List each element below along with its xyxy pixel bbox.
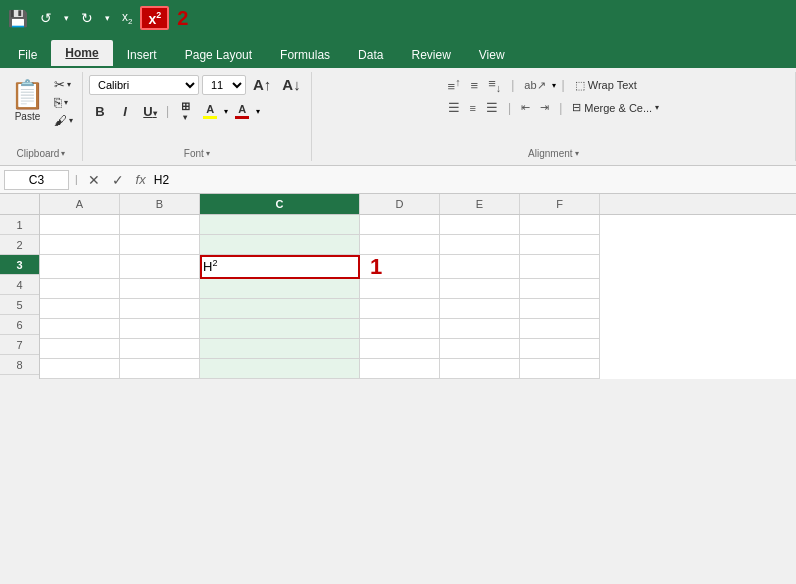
format-painter-button[interactable]: 🖌 ▾ <box>51 112 76 129</box>
cell-d4[interactable] <box>360 279 440 299</box>
tab-formulas[interactable]: Formulas <box>266 42 344 68</box>
increase-indent-button[interactable]: ⇥ <box>536 99 553 116</box>
formula-input[interactable] <box>154 173 792 187</box>
italic-button[interactable]: I <box>114 102 136 121</box>
cell-b5[interactable] <box>120 299 200 319</box>
fill-color-dropdown[interactable]: ▾ <box>224 107 228 116</box>
tab-page-layout[interactable]: Page Layout <box>171 42 266 68</box>
underline-button[interactable]: U▾ <box>139 102 161 121</box>
undo-dropdown[interactable]: ▾ <box>60 11 73 25</box>
cell-f1[interactable] <box>520 215 600 235</box>
col-header-c[interactable]: C <box>200 194 360 214</box>
tab-view[interactable]: View <box>465 42 519 68</box>
cell-c2[interactable] <box>200 235 360 255</box>
cell-f2[interactable] <box>520 235 600 255</box>
decrease-indent-button[interactable]: ⇤ <box>517 99 534 116</box>
wrap-text-button[interactable]: ⬚ Wrap Text <box>571 77 641 94</box>
font-color-button[interactable]: A <box>231 101 253 121</box>
undo-button[interactable]: ↺ <box>36 8 56 28</box>
cell-a8[interactable] <box>40 359 120 379</box>
align-top-button[interactable]: ≡↑ <box>444 74 465 96</box>
superscript-button[interactable]: x2 <box>140 6 169 31</box>
align-bottom-button[interactable]: ≡↓ <box>484 74 505 96</box>
row-header-3[interactable]: 3 <box>0 255 39 275</box>
cell-c3[interactable]: H2 <box>200 255 360 279</box>
font-shrink-button[interactable]: A↓ <box>278 74 304 95</box>
cell-e3[interactable] <box>440 255 520 279</box>
row-header-4[interactable]: 4 <box>0 275 39 295</box>
subscript-button[interactable]: x2 <box>118 8 136 28</box>
tab-home[interactable]: Home <box>51 40 112 68</box>
cell-d6[interactable] <box>360 319 440 339</box>
font-color-dropdown[interactable]: ▾ <box>256 107 260 116</box>
cut-button[interactable]: ✂ ▾ <box>51 76 76 93</box>
cell-b2[interactable] <box>120 235 200 255</box>
cell-f3[interactable] <box>520 255 600 279</box>
tab-file[interactable]: File <box>4 42 51 68</box>
merge-center-button[interactable]: ⊟ Merge & Ce... ▾ <box>568 99 663 116</box>
text-rotate-button[interactable]: ab↗ <box>520 77 549 94</box>
tab-insert[interactable]: Insert <box>113 42 171 68</box>
cell-a2[interactable] <box>40 235 120 255</box>
tab-data[interactable]: Data <box>344 42 397 68</box>
cell-e4[interactable] <box>440 279 520 299</box>
cell-c7[interactable] <box>200 339 360 359</box>
cell-e5[interactable] <box>440 299 520 319</box>
cell-b8[interactable] <box>120 359 200 379</box>
align-center-button[interactable]: ≡ <box>466 100 480 116</box>
fill-color-button[interactable]: A <box>199 101 221 121</box>
col-header-f[interactable]: F <box>520 194 600 214</box>
cell-c6[interactable] <box>200 319 360 339</box>
row-header-1[interactable]: 1 <box>0 215 39 235</box>
cell-a7[interactable] <box>40 339 120 359</box>
formula-cancel-button[interactable]: ✕ <box>84 171 104 189</box>
cell-a1[interactable] <box>40 215 120 235</box>
cell-e1[interactable] <box>440 215 520 235</box>
save-icon[interactable]: 💾 <box>8 9 28 28</box>
col-header-b[interactable]: B <box>120 194 200 214</box>
clipboard-expand[interactable]: ▾ <box>61 149 65 158</box>
cell-f7[interactable] <box>520 339 600 359</box>
borders-button[interactable]: ⊞ ▾ <box>174 98 196 124</box>
row-header-6[interactable]: 6 <box>0 315 39 335</box>
cell-e2[interactable] <box>440 235 520 255</box>
redo-button[interactable]: ↻ <box>77 8 97 28</box>
copy-button[interactable]: ⎘ ▾ <box>51 94 76 111</box>
cell-f6[interactable] <box>520 319 600 339</box>
align-middle-button[interactable]: ≡ <box>467 76 483 95</box>
cell-d3[interactable]: 1 <box>360 255 440 279</box>
corner-cell[interactable] <box>0 194 40 214</box>
font-grow-button[interactable]: A↑ <box>249 74 275 95</box>
cell-e7[interactable] <box>440 339 520 359</box>
cell-a4[interactable] <box>40 279 120 299</box>
bold-button[interactable]: B <box>89 102 111 121</box>
align-left-button[interactable]: ☰ <box>444 98 464 117</box>
cell-e6[interactable] <box>440 319 520 339</box>
paste-button[interactable]: 📋 Paste <box>6 74 49 126</box>
cell-a5[interactable] <box>40 299 120 319</box>
row-header-8[interactable]: 8 <box>0 355 39 375</box>
alignment-expand[interactable]: ▾ <box>575 149 579 158</box>
cell-d5[interactable] <box>360 299 440 319</box>
cell-d8[interactable] <box>360 359 440 379</box>
cell-b7[interactable] <box>120 339 200 359</box>
font-expand[interactable]: ▾ <box>206 149 210 158</box>
cell-c5[interactable] <box>200 299 360 319</box>
tab-review[interactable]: Review <box>397 42 464 68</box>
col-header-d[interactable]: D <box>360 194 440 214</box>
cell-d1[interactable] <box>360 215 440 235</box>
cell-a3[interactable] <box>40 255 120 279</box>
cell-b4[interactable] <box>120 279 200 299</box>
cell-e8[interactable] <box>440 359 520 379</box>
row-header-7[interactable]: 7 <box>0 335 39 355</box>
cell-c4[interactable] <box>200 279 360 299</box>
cell-f4[interactable] <box>520 279 600 299</box>
cell-a6[interactable] <box>40 319 120 339</box>
cell-c1[interactable] <box>200 215 360 235</box>
cell-f5[interactable] <box>520 299 600 319</box>
font-size-select[interactable]: 11 <box>202 75 246 95</box>
align-right-button[interactable]: ☰ <box>482 98 502 117</box>
redo-dropdown[interactable]: ▾ <box>101 11 114 25</box>
cell-b3[interactable] <box>120 255 200 279</box>
text-rotate-dropdown[interactable]: ▾ <box>552 81 556 90</box>
